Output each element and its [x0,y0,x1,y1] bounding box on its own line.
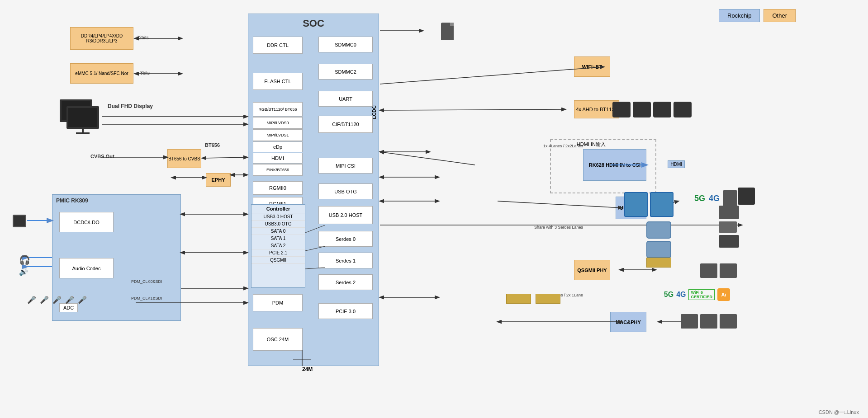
usb-otg-box: USB OTG [318,183,373,199]
svg-line-17 [380,109,565,110]
camera-icons [612,102,692,117]
ddr-mem-box: DDR4/LP4/LP4X/DD R3/DDR3L/LP3 [70,27,133,50]
label-dual-fhd: Dual FHD Display [108,103,153,109]
label-cvbs-out: CVBS Out [90,154,114,159]
controller-item-usb3otg: USB3.0 OTG [251,221,305,228]
speaker-icon: 🔊 [19,268,28,276]
serdes2-box: Serdes 2 [318,274,373,290]
cif-bt1120-box: CIF/BT1120 [318,116,373,133]
controller-item-usb3host: USB3.0 HOST [251,213,305,221]
mipi-csi-box: MIPI CSI [318,158,373,174]
sdmmc0-box: SDMMC0 [318,37,373,52]
usb-peripheral-icons [719,206,739,248]
label-bt656: BT656 [205,142,220,148]
soc-block: SOC DDR CTL FLASH CTL RGB/BT1120/ BT656 … [248,14,379,366]
pcie-bottom-icons [506,294,560,304]
connectivity-labels-top: 5G 4G [694,190,737,207]
controller-item-sata0: SATA 0 [251,228,305,235]
pdm-box: PDM [253,294,303,311]
controller-item-sata1: SATA 1 [251,235,305,242]
controller-item-sata2: SATA 2 [251,242,305,249]
label-pdm-clk0: PDM_CLK0&SDI [131,279,162,284]
label-pdm-clk1: PDM_CLK1&SDI [131,296,162,301]
monitor-icon-front [63,106,102,138]
rk628-box: RK628 HDMI IN to CSI [583,149,646,181]
wifi-bt-box: WIFI+BT [574,56,610,77]
controller-title: Controller [251,205,305,213]
soc-title: SOC [248,14,379,33]
ephy-box: EPHY [206,173,231,187]
mipi-lvds0-box: MIPI/LVDS0 [253,117,303,129]
ethernet-icons-right [700,263,737,278]
label-share-serdes: Share with 3 Serdes Lanes [534,225,583,230]
osc-24m-ext-label: 24M [302,366,313,372]
serdes1-box: Serdes 1 [318,253,373,268]
ethernet-icons-bottom [681,314,737,329]
qsgmii-phy-box: QSGMII PHY [574,260,610,280]
usb-port-icons-left [624,192,674,217]
dcdc-ldo-box: DCDC/LDO [59,212,114,232]
connectivity-labels-bottom: 5G 4G WiFi 6CERTIFIED Ai [664,288,730,301]
eink-bt656-box: EINK/BT656 [253,164,303,176]
legend-rockchip: Rockchip [719,9,760,22]
controller-box: Controller USB3.0 HOST USB3.0 OTG SATA 0… [251,204,305,288]
hdmi-box: HDMI [253,153,303,164]
svg-line-21 [498,201,622,208]
network-icon [738,188,755,205]
pmic-title: PMIC RK809 [52,195,180,207]
watermark: CSDN @一□Linux [819,409,859,416]
audio-codec-box: Audio Codec [59,258,114,278]
pcie-30-box: PCIE 3.0 [318,303,373,319]
rgmii0-box: RGMII0 [253,181,303,195]
ddr-ctl-box: DDR CTL [253,37,303,54]
svg-line-30 [380,152,475,165]
headphone-icon: 🎧 [19,254,30,265]
svg-line-5 [202,157,247,158]
microphone-icons: 🎤 🎤 🎤 🎤 🎤 [27,296,87,304]
hdmi-label-rk628: HDMI [668,160,685,168]
sd-card-icon [438,23,456,43]
hdd-icons [646,221,671,258]
sdmmc2-box: SDMMC2 [318,64,373,80]
edp-box: eDp [253,141,303,152]
flash-ctl-box: FLASH CTL [253,73,303,90]
serdes0-box: Serdes 0 [318,231,373,247]
uart-box: UART [318,91,373,107]
rgb-bt1120-box: RGB/BT1120/ BT656 [253,102,303,117]
emmc-box: eMMC 5.1/ Nand/SFC Nor [70,63,133,84]
m2-ssd-icon [646,258,671,268]
power-connector-icon [13,215,26,227]
svg-line-16 [380,67,604,84]
bt656-cvbs-box: BT656 to CVBS [167,149,201,168]
diagram: Rockchip Other SOC DDR CTL FLASH CTL RGB… [0,0,868,418]
label-8bits: 8bits [140,70,150,75]
legend-other: Other [764,9,796,22]
controller-item-pcie21: PCIE 2.1 [251,249,305,257]
label-32bits: 32bits [137,35,149,40]
controller-item-qsgmii: QSGMII [251,257,305,264]
usb-20-host-box: USB 2.0 HOST [318,206,373,224]
adc-box: ADC [59,303,78,312]
label-one-x-4lanes: 1x 4Lanes / 2x2Lanes [543,144,583,148]
mipi-lvds1-box: MIPI/LVDS1 [253,129,303,141]
legend: Rockchip Other [719,9,796,22]
mac-phy-box: MAC&PHY [610,312,646,332]
osc-24m-box: OSC 24M [253,328,303,351]
